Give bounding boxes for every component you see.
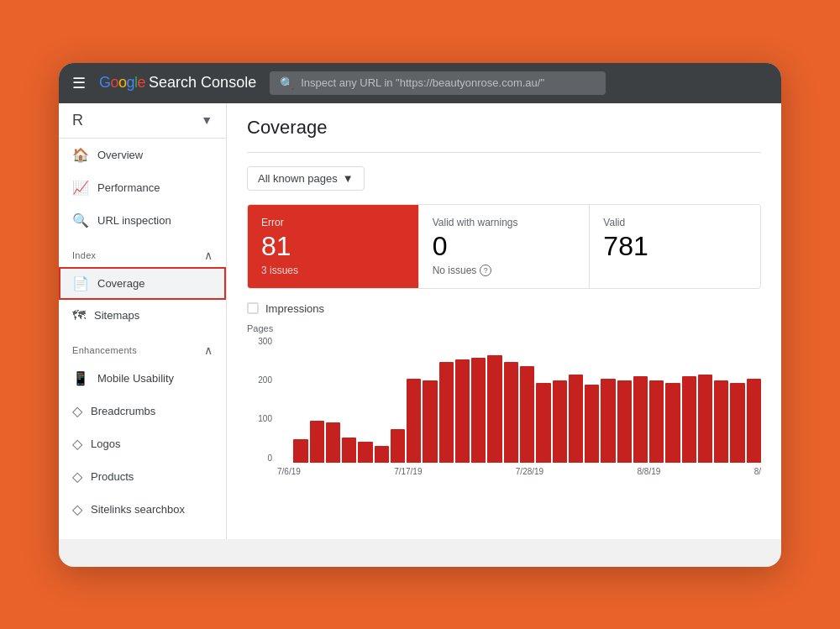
sidebar-item-breadcrumbs[interactable]: ◇ Breadcrumbs (59, 395, 226, 427)
chart-bar (747, 379, 761, 463)
x-label-2: 7/17/19 (394, 467, 422, 476)
logos-icon: ◇ (72, 436, 82, 452)
chart-bar (730, 383, 744, 463)
chart-bar (520, 366, 534, 463)
brand: Google Search Console (99, 74, 256, 92)
chart-bar (569, 375, 583, 463)
sidebar-item-products[interactable]: ◇ Products (59, 460, 226, 493)
coverage-icon: 📄 (72, 275, 89, 291)
chart-bar (391, 429, 405, 463)
url-search-bar[interactable]: 🔍 (270, 71, 606, 95)
y-label-100: 100 (247, 414, 272, 423)
valid-label: Valid (603, 217, 747, 228)
chart-bar (553, 380, 567, 463)
main-content: R ▼ 🏠 Overview 📈 Performance 🔍 URL inspe… (59, 103, 781, 539)
error-stat-card[interactable]: Error 81 3 issues (248, 205, 419, 288)
chart-bar (293, 439, 307, 463)
chart-bar (698, 375, 712, 463)
products-label: Products (91, 470, 134, 483)
sidebar: R ▼ 🏠 Overview 📈 Performance 🔍 URL inspe… (59, 103, 227, 539)
warnings-info-icon[interactable]: ? (480, 265, 491, 276)
warnings-sub: No issues ? (433, 265, 576, 276)
error-label: Error (261, 217, 405, 228)
sitelinks-searchbox-icon: ◇ (72, 501, 82, 517)
y-label-300: 300 (247, 337, 272, 346)
chart-bar (326, 422, 340, 463)
chart-bar (358, 442, 372, 463)
property-letter: R (72, 112, 83, 129)
chart-bar (504, 362, 518, 463)
impressions-row: Impressions (247, 302, 761, 315)
property-selector[interactable]: R ▼ (59, 103, 226, 139)
logos-label: Logos (91, 438, 120, 450)
mobile-usability-label: Mobile Usability (97, 372, 174, 385)
y-label-200: 200 (247, 375, 272, 385)
url-search-input[interactable] (301, 76, 596, 89)
top-bar: ☰ Google Search Console 🔍 (59, 63, 781, 103)
sitemaps-label: Sitemaps (94, 309, 139, 322)
chart-bar (536, 383, 550, 463)
valid-stat-card[interactable]: Valid 781 (590, 205, 760, 288)
url-inspection-label: URL inspection (97, 214, 171, 227)
chart-bar (407, 379, 421, 463)
chart-bar (633, 376, 648, 463)
chart-bar (423, 380, 437, 463)
chart-container: 300 200 100 0 7/6/19 7/17/19 7/28/19 8/8… (247, 337, 761, 488)
search-icon: 🔍 (280, 76, 294, 90)
chart-bar (714, 380, 728, 463)
sidebar-item-sitelinks-searchbox[interactable]: ◇ Sitelinks searchbox (59, 493, 226, 526)
sitelinks-searchbox-label: Sitelinks searchbox (91, 503, 185, 516)
filter-dropdown-icon: ▼ (343, 172, 354, 185)
hamburger-menu-icon[interactable]: ☰ (72, 74, 86, 92)
breadcrumbs-icon: ◇ (72, 403, 82, 419)
index-chevron-icon[interactable]: ∧ (204, 249, 213, 262)
all-known-pages-filter[interactable]: All known pages ▼ (247, 166, 365, 191)
x-label-4: 8/8/19 (638, 467, 661, 476)
x-label-1: 7/6/19 (277, 467, 301, 476)
enhancements-chevron-icon[interactable]: ∧ (204, 343, 213, 357)
sidebar-item-sitemaps[interactable]: 🗺 Sitemaps (59, 300, 226, 332)
impressions-checkbox[interactable] (247, 302, 259, 314)
warnings-stat-card[interactable]: Valid with warnings 0 No issues ? (419, 205, 591, 288)
chart-bar (455, 359, 470, 463)
enhancements-label: Enhancements (72, 345, 137, 355)
chart-bar (310, 421, 324, 463)
chart-bar (342, 438, 356, 463)
performance-icon: 📈 (72, 180, 89, 196)
chart-bar (601, 379, 615, 463)
sidebar-item-url-inspection[interactable]: 🔍 URL inspection (59, 204, 226, 237)
chart-bar (439, 362, 454, 463)
main-panel: Coverage All known pages ▼ Error 81 3 is… (227, 103, 781, 539)
stats-row: Error 81 3 issues Valid with warnings 0 … (247, 204, 761, 289)
page-title: Coverage (247, 117, 761, 139)
chart-bar (487, 355, 501, 463)
app-frame: ☰ Google Search Console 🔍 R ▼ 🏠 Overview (59, 63, 781, 567)
chart-bars (277, 337, 761, 463)
sidebar-item-overview[interactable]: 🏠 Overview (59, 139, 226, 171)
mobile-usability-icon: 📱 (72, 370, 89, 386)
warnings-label: Valid with warnings (433, 217, 576, 228)
title-divider (247, 152, 761, 153)
coverage-label: Coverage (97, 277, 144, 290)
impressions-label: Impressions (265, 302, 324, 315)
chart-x-axis: 7/6/19 7/17/19 7/28/19 8/8/19 8/ (277, 467, 761, 476)
sidebar-item-performance[interactable]: 📈 Performance (59, 171, 226, 204)
chart-bar (617, 380, 632, 463)
error-value: 81 (261, 232, 405, 261)
overview-icon: 🏠 (72, 147, 89, 163)
warnings-value: 0 (433, 232, 576, 261)
chart-bar (471, 358, 486, 463)
error-sub: 3 issues (261, 265, 405, 276)
google-wordmark: Google (99, 74, 145, 92)
performance-label: Performance (97, 181, 160, 194)
pages-y-label: Pages (247, 323, 761, 333)
enhancements-section-header: Enhancements ∧ (59, 332, 226, 362)
chart-bar (665, 383, 680, 463)
sidebar-item-logos[interactable]: ◇ Logos (59, 427, 226, 460)
sidebar-item-mobile-usability[interactable]: 📱 Mobile Usability (59, 362, 226, 395)
chart-bar (682, 376, 696, 463)
overview-label: Overview (97, 149, 143, 161)
filter-row: All known pages ▼ (247, 166, 761, 191)
chart-bar (649, 380, 664, 463)
sidebar-item-coverage[interactable]: 📄 Coverage (59, 267, 226, 300)
